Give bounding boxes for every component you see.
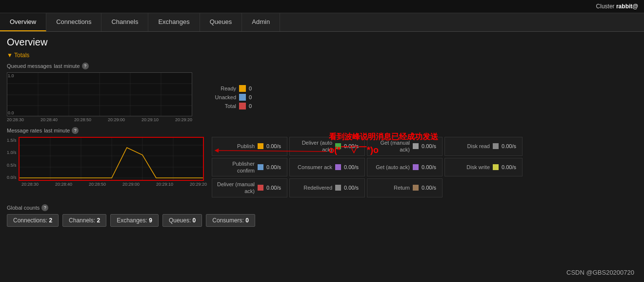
legend-unacked: Unacked 0: [207, 94, 252, 101]
return-label: Return: [394, 184, 410, 191]
chart-y-top: 1.0: [8, 73, 14, 78]
unacked-label: Unacked: [207, 94, 236, 100]
queued-messages-label: Queued messages last minute ?: [7, 63, 637, 69]
rates-chart-svg: [19, 137, 204, 181]
tab-overview[interactable]: Overview: [0, 13, 46, 31]
rates-row-2: Publisher confirm 0.00/s Consumer ack 0.…: [212, 158, 523, 177]
csdn-watermark: CSDN @GBS20200720: [566, 269, 634, 276]
count-exchanges: Exchanges: 9: [110, 214, 159, 227]
rate-disk-read: Disk read 0.00/s: [444, 137, 523, 156]
rates-x-labels: 20:28:30 20:28:40 20:28:50 20:29:00 20:2…: [21, 182, 207, 187]
publisher-confirm-value: 0.00/s: [266, 164, 284, 170]
unacked-color-box: [239, 94, 246, 101]
return-value: 0.00/s: [422, 185, 439, 191]
rate-get-auto: Get (auto ack) 0.00/s: [367, 158, 443, 177]
ready-value: 0: [249, 86, 252, 91]
consumer-ack-label: Consumer ack: [298, 164, 332, 171]
queued-x-labels: 20:28:30 20:28:40 20:28:50 20:29:00 20:2…: [7, 117, 192, 122]
rates-main-row: 1.5/s 1.0/s 0.5/s 0.0/s: [7, 137, 637, 197]
disk-write-value: 0.00/s: [502, 164, 519, 170]
queued-legend: Ready 0 Unacked 0 Total 0: [207, 72, 252, 122]
publisher-confirm-label: Publisher confirm: [215, 160, 255, 174]
cluster-name: rabbit@: [616, 3, 638, 10]
disk-write-label: Disk write: [466, 164, 490, 171]
get-auto-value: 0.00/s: [422, 164, 439, 170]
queued-charts-row: 1.0 0.0 20:28:30 20:28:40: [7, 72, 637, 122]
disk-write-color: [493, 164, 499, 170]
global-counts-label: Global counts ?: [7, 204, 637, 211]
rates-row-3: Deliver (manual ack) 0.00/s Redelivered …: [212, 178, 523, 197]
tab-queues[interactable]: Queues: [200, 13, 242, 31]
rate-disk-write: Disk write 0.00/s: [444, 158, 523, 177]
cluster-label: Cluster: [596, 3, 615, 10]
annotation-text: 看到波峰说明消息已经成功发送 o(*￣▽￣*)o: [329, 132, 438, 156]
tab-connections[interactable]: Connections: [46, 13, 101, 31]
total-value: 0: [249, 103, 252, 109]
rate-return: Return 0.00/s: [367, 178, 443, 197]
unacked-value: 0: [249, 94, 252, 100]
deliver-manual-label: Deliver (manual ack): [215, 181, 255, 195]
totals-header: ▼ Totals: [7, 52, 637, 59]
count-connections: Connections: 2: [7, 214, 59, 227]
main-nav: Overview Connections Channels Exchanges …: [0, 13, 644, 32]
message-rates-label: Message rates last minute ?: [7, 127, 637, 134]
ready-color-box: [239, 85, 246, 92]
queued-help-badge[interactable]: ?: [82, 63, 89, 69]
total-color-box: [239, 103, 246, 109]
redelivered-color: [335, 185, 341, 191]
queued-chart-block: 1.0 0.0 20:28:30 20:28:40: [7, 72, 192, 122]
redelivered-label: Redelivered: [303, 184, 332, 191]
rate-deliver-manual: Deliver (manual ack) 0.00/s: [212, 178, 287, 197]
disk-read-label: Disk read: [467, 143, 490, 150]
queued-chart-svg: [7, 72, 192, 116]
deliver-manual-value: 0.00/s: [266, 185, 284, 191]
global-counts-help[interactable]: ?: [41, 204, 48, 211]
rates-chart-block: 1.5/s 1.0/s 0.5/s 0.0/s: [7, 137, 207, 187]
ready-label: Ready: [207, 86, 236, 91]
deliver-manual-color: [258, 185, 263, 191]
chart-y-bottom: 0.0: [8, 110, 14, 115]
cluster-info: Cluster rabbit@: [596, 3, 638, 10]
rate-consumer-ack: Consumer ack 0.00/s: [289, 158, 365, 177]
get-auto-label: Get (auto ack): [376, 164, 410, 171]
rates-y-labels: 1.5/s 1.0/s 0.5/s 0.0/s: [7, 137, 17, 181]
count-channels: Channels: 2: [62, 214, 106, 227]
publish-color: [258, 143, 263, 149]
tab-admin[interactable]: Admin: [242, 13, 280, 31]
content: Overview ▼ Totals Queued messages last m…: [0, 32, 644, 232]
get-auto-color: [413, 164, 419, 170]
counts-row: Connections: 2 Channels: 2 Exchanges: 9 …: [7, 214, 637, 227]
publish-label: Publish: [237, 143, 255, 150]
legend-total: Total 0: [207, 103, 252, 109]
page-title: Overview: [7, 37, 637, 48]
rate-redelivered: Redelivered 0.00/s: [289, 178, 365, 197]
redelivered-value: 0.00/s: [344, 185, 362, 191]
consumer-ack-color: [335, 164, 341, 170]
publish-value: 0.00/s: [266, 143, 284, 149]
disk-read-color: [493, 143, 499, 149]
deliver-auto-label: Deliver (auto ack): [293, 139, 332, 153]
tab-channels[interactable]: Channels: [101, 13, 148, 31]
top-bar: Cluster rabbit@: [0, 0, 644, 13]
count-consumers: Consumers: 0: [206, 214, 255, 227]
legend-ready: Ready 0: [207, 85, 252, 92]
disk-read-value: 0.00/s: [502, 143, 519, 149]
rate-publish: Publish 0.00/s: [212, 137, 287, 156]
count-queues: Queues: 0: [162, 214, 202, 227]
rate-publisher-confirm: Publisher confirm 0.00/s: [212, 158, 287, 177]
return-color: [413, 185, 419, 191]
publisher-confirm-color: [258, 164, 263, 170]
total-label: Total: [207, 103, 236, 109]
global-counts-section: Global counts ? Connections: 2 Channels:…: [7, 204, 637, 227]
rates-help-badge[interactable]: ?: [72, 127, 79, 134]
message-rates-section: Message rates last minute ? 1.5/s 1.0/s …: [7, 127, 637, 197]
consumer-ack-value: 0.00/s: [344, 164, 362, 170]
tab-exchanges[interactable]: Exchanges: [148, 13, 200, 31]
